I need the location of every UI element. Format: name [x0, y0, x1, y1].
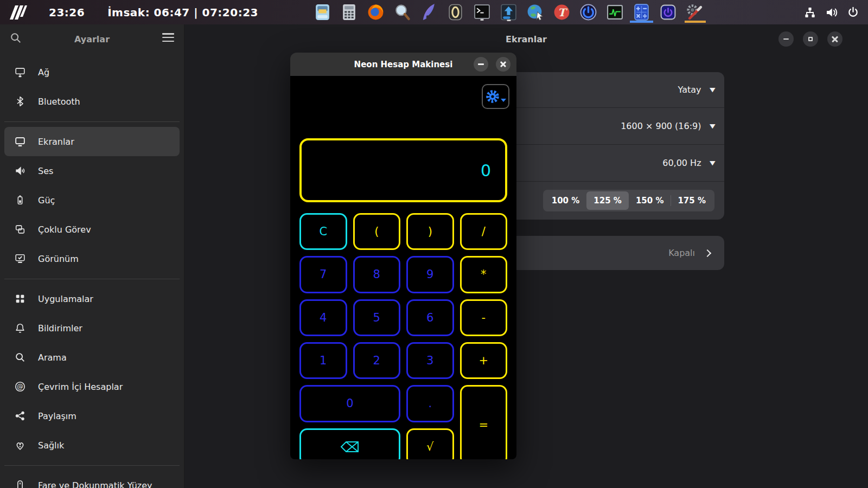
sidebar-item-label: Çoklu Görev	[38, 224, 91, 235]
sidebar-item-ses[interactable]: Ses	[4, 156, 180, 185]
sidebar-item-arama[interactable]: Arama	[4, 343, 180, 372]
sidebar-item-bluetooth[interactable]: Bluetooth	[4, 87, 180, 116]
appearance-icon	[14, 253, 26, 265]
calc-minimize-button[interactable]	[474, 57, 488, 72]
key-4[interactable]: 4	[299, 299, 347, 336]
power-app-icon[interactable]	[579, 2, 597, 22]
sidebar-item-uygulamalar[interactable]: Uygulamalar	[4, 284, 180, 313]
volume-icon[interactable]	[825, 6, 839, 19]
key-equals[interactable]: =	[460, 385, 508, 459]
wired-network-icon[interactable]	[803, 6, 816, 19]
key-3[interactable]: 3	[406, 342, 454, 379]
imsak-status-text: İmsak: 06:47 | 07:20:23	[107, 6, 258, 19]
sidebar-item-ag[interactable]: Ağ	[4, 57, 180, 87]
key-9[interactable]: 9	[406, 256, 454, 293]
file-manager-icon[interactable]	[314, 2, 331, 22]
settings-sidebar: Ayarlar Ağ Bluetooth Ekranlar Ses	[0, 24, 184, 488]
sidebar-item-guc[interactable]: Güç	[4, 185, 180, 215]
firefox-icon[interactable]	[367, 2, 385, 22]
sidebar-item-label: Ekranlar	[38, 137, 74, 147]
sidebar-header: Ayarlar	[0, 24, 184, 54]
key-backspace[interactable]	[299, 428, 400, 459]
sidebar-item-coklu-gorev[interactable]: Çoklu Görev	[4, 215, 180, 244]
sidebar-item-ekranlar[interactable]: Ekranlar	[4, 127, 180, 156]
calculator-titlebar[interactable]: Neon Hesap Makinesi	[290, 53, 516, 76]
sidebar-item-bildirimler[interactable]: Bildirimler	[4, 313, 180, 343]
sidebar-title: Ayarlar	[0, 34, 184, 44]
sidebar-item-paylasim[interactable]: Paylaşım	[4, 401, 180, 431]
clock[interactable]: 23:26	[49, 6, 85, 19]
settings-main: Ekranlar Yatay ▼ 868 × 488 (16:9) ▼ 60,…	[184, 24, 868, 488]
calculator-title: Neon Hesap Makinesi	[354, 60, 453, 69]
key-7[interactable]: 7	[299, 256, 347, 293]
key-close-paren[interactable]: )	[406, 213, 454, 250]
system-monitor-icon[interactable]	[606, 2, 624, 22]
refresh-rate-value: 60,00 Hz	[662, 158, 701, 168]
health-icon	[14, 439, 26, 451]
key-divide[interactable]: /	[460, 213, 508, 250]
key-1[interactable]: 1	[299, 342, 347, 379]
sidebar-item-saglik[interactable]: Sağlık	[4, 431, 180, 460]
calc-close-button[interactable]	[496, 57, 510, 72]
key-2[interactable]: 2	[353, 342, 401, 379]
chevron-right-icon	[704, 249, 711, 256]
chevron-down-icon: ▼	[709, 123, 715, 130]
sound-icon	[14, 165, 26, 177]
notifications-bell-icon	[14, 322, 26, 334]
neon-calculator-icon[interactable]	[633, 2, 650, 22]
privacy-zero-icon[interactable]	[446, 2, 464, 22]
backspace-icon	[340, 440, 360, 453]
power-icon[interactable]	[847, 6, 859, 18]
calculator-window: Neon Hesap Makinesi 0 C ( ) / 7 8 9 * 4	[290, 53, 516, 459]
calc-settings-dropdown[interactable]	[482, 84, 509, 109]
scale-option-100[interactable]: 100 %	[545, 191, 587, 210]
software-uploader-icon[interactable]	[500, 2, 518, 22]
sidebar-item-label: Paylaşım	[38, 411, 76, 421]
sidebar-item-label: Uygulamalar	[38, 294, 93, 304]
scale-option-175[interactable]: 175 %	[671, 191, 713, 210]
status-icon-area	[803, 0, 859, 24]
chevron-down-icon	[501, 99, 506, 102]
key-6[interactable]: 6	[406, 299, 454, 336]
search-magnifier-icon[interactable]	[393, 2, 411, 22]
sidebar-item-gorunum[interactable]: Görünüm	[4, 244, 180, 273]
taskbar: T	[314, 2, 704, 24]
display-settings-content: Yatay ▼ 868 × 488 (16:9) ▼ 60,00 Hz ▼ 1…	[184, 54, 868, 488]
sidebar-item-label: Görünüm	[38, 254, 79, 264]
key-8[interactable]: 8	[353, 256, 401, 293]
sidebar-item-fare[interactable]: Fare ve Dokunmatik Yüzey	[4, 471, 180, 488]
window-controls	[778, 31, 843, 47]
main-header: Ekranlar	[184, 24, 868, 54]
tor-browser-icon[interactable]: T	[553, 2, 571, 22]
close-button[interactable]	[827, 31, 843, 47]
power-battery-icon	[14, 194, 26, 206]
minimize-button[interactable]	[778, 31, 794, 47]
calculator-display: 0	[299, 138, 507, 202]
maximize-button[interactable]	[803, 31, 818, 47]
hamburger-menu-icon[interactable]	[162, 33, 174, 42]
calculator-icon[interactable]	[340, 2, 358, 22]
key-minus[interactable]: -	[460, 299, 508, 336]
sidebar-item-label: Ses	[38, 166, 53, 176]
key-5[interactable]: 5	[353, 299, 401, 336]
web-globe-icon[interactable]	[526, 2, 544, 22]
key-0[interactable]: 0	[299, 385, 400, 422]
scale-option-125[interactable]: 125 %	[586, 191, 629, 210]
page-title: Ekranlar	[506, 34, 547, 44]
top-bar: 23:26 İmsak: 06:47 | 07:20:23	[0, 0, 868, 24]
key-decimal[interactable]: .	[406, 385, 454, 422]
search-icon[interactable]	[10, 32, 22, 44]
mouse-icon	[14, 479, 26, 488]
power-manager-icon[interactable]	[659, 2, 677, 22]
displays-icon	[14, 136, 26, 147]
key-clear[interactable]: C	[299, 213, 347, 250]
sidebar-item-cevrim-ici-hesaplar[interactable]: @ Çevrim İçi Hesaplar	[4, 372, 180, 401]
key-plus[interactable]: +	[460, 342, 508, 379]
apache-feather-icon[interactable]	[420, 2, 438, 22]
system-tools-icon[interactable]	[686, 2, 704, 22]
key-open-paren[interactable]: (	[353, 213, 401, 250]
terminal-icon[interactable]	[473, 2, 491, 22]
scale-option-150[interactable]: 150 %	[629, 191, 671, 210]
key-multiply[interactable]: *	[460, 256, 508, 293]
key-sqrt[interactable]: √	[406, 428, 454, 459]
